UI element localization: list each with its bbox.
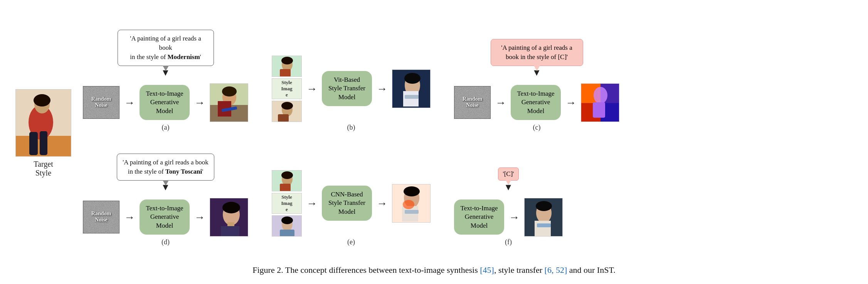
section-c: 'A painting of a girl reads a book in th…: [454, 39, 619, 132]
result-image-f: [524, 198, 563, 237]
section-f: '[C]' ▼ Text-to-ImageGenerativeModel →: [454, 159, 563, 246]
arrow-c1: →: [495, 96, 506, 109]
caption-c-area: 'A painting of a girl reads a book in th…: [491, 39, 583, 79]
diagram-area: TargetStyle 'A painting of a girl reads …: [15, 8, 853, 259]
svg-point-24: [404, 73, 421, 84]
label-f: (f): [505, 238, 512, 246]
caption-a-area: 'A painting of a girl reads a bookin the…: [118, 30, 214, 79]
style-label-e: StyleImage: [272, 193, 302, 214]
style-img-e-top: [272, 170, 302, 191]
svg-rect-47: [280, 230, 294, 237]
figure-caption-ref1: [45]: [480, 265, 494, 275]
target-image: [15, 89, 71, 157]
figure-caption-text2: , style transfer: [494, 265, 545, 275]
model-box-f: Text-to-ImageGenerativeModel: [454, 199, 504, 234]
style-images-b: StyleImage: [272, 56, 302, 122]
caption-f-area: '[C]' ▼: [498, 159, 519, 194]
noise-label-a: RandomNoise: [85, 96, 118, 109]
arrow-e1: →: [306, 197, 317, 210]
arrow-d2: →: [194, 211, 205, 223]
target-label: TargetStyle: [34, 160, 53, 178]
svg-point-32: [594, 87, 607, 104]
flow-e: StyleImage → CNN-BasedS: [272, 170, 431, 237]
svg-point-4: [34, 94, 50, 106]
svg-rect-53: [405, 210, 419, 214]
svg-rect-21: [278, 114, 289, 122]
style-img-e-bottom: [272, 215, 302, 237]
svg-point-50: [404, 186, 420, 196]
arrow-f1: →: [509, 211, 520, 223]
figure-caption-text3: and our InST.: [567, 265, 615, 275]
flow-f: Text-to-ImageGenerativeModel →: [454, 198, 563, 237]
arrow-c2: →: [565, 96, 576, 109]
noise-box-c: RandomNoise: [454, 86, 491, 119]
result-image-e: [392, 184, 431, 223]
result-image-d: [210, 198, 248, 237]
svg-point-52: [403, 200, 414, 209]
arrow-e2: →: [377, 197, 387, 210]
flow-a: RandomNoise → Text-to-ImageGenerativeMod…: [83, 83, 248, 122]
arrow-b1: →: [306, 83, 317, 95]
result-image-c: [581, 83, 619, 122]
flow-d: RandomNoise → Text-to-ImageGenerativeMod…: [83, 198, 248, 237]
svg-point-20: [281, 102, 293, 110]
caption-d: 'A painting of a girl reads a bookin the…: [117, 154, 214, 181]
model-box-b: Vit-BasedStyle TransferModel: [322, 71, 372, 106]
noise-label-c: RandomNoise: [456, 96, 489, 109]
model-box-e: CNN-BasedStyle TransferModel: [322, 186, 372, 220]
flow-c: RandomNoise → Text-to-ImageGenerativeMod…: [454, 83, 619, 122]
style-label-b: StyleImage: [272, 78, 302, 99]
result-image-a: [210, 83, 248, 122]
target-style-section: TargetStyle: [15, 89, 71, 178]
noise-box-a: RandomNoise: [83, 86, 119, 119]
label-c: (c): [533, 123, 541, 132]
style-img-b-top: [272, 56, 302, 77]
svg-rect-17: [280, 69, 291, 77]
arrow-d1: →: [124, 211, 135, 223]
noise-label-d: RandomNoise: [85, 211, 118, 224]
svg-rect-57: [535, 221, 551, 236]
section-a: 'A painting of a girl reads a bookin the…: [83, 30, 248, 131]
flow-b: StyleImage →: [272, 56, 431, 122]
style-images-e: StyleImage: [272, 170, 302, 237]
columns-container: 'A painting of a girl reads a bookin the…: [83, 21, 853, 246]
svg-point-46: [281, 216, 293, 224]
bottom-row: 'A painting of a girl reads a bookin the…: [83, 135, 853, 246]
model-box-c: Text-to-ImageGenerativeModel: [511, 85, 561, 120]
svg-rect-39: [221, 226, 239, 237]
svg-rect-33: [593, 102, 605, 118]
arrow-a2: →: [194, 96, 205, 109]
svg-point-11: [222, 86, 237, 96]
main-container: TargetStyle 'A painting of a girl reads …: [0, 0, 868, 284]
result-image-b: [392, 69, 431, 108]
label-e: (e): [347, 238, 355, 246]
label-b: (b): [347, 123, 355, 132]
svg-point-42: [281, 171, 293, 179]
caption-c-small: '[C]': [498, 167, 519, 181]
noise-box-d: RandomNoise: [83, 201, 119, 233]
svg-point-37: [222, 202, 240, 213]
svg-point-56: [536, 201, 552, 211]
caption-c: 'A painting of a girl reads a book in th…: [491, 39, 583, 66]
arrow-a1: →: [124, 96, 135, 109]
caption-a: 'A painting of a girl reads a bookin the…: [118, 30, 214, 66]
figure-caption-text1: Figure 2. The concept differences betwee…: [252, 265, 480, 275]
label-a: (a): [162, 123, 170, 132]
svg-rect-6: [40, 131, 47, 155]
label-d: (d): [161, 238, 170, 246]
figure-caption: Figure 2. The concept differences betwee…: [252, 264, 615, 276]
arrow-b2: →: [377, 83, 387, 95]
svg-point-16: [281, 57, 293, 64]
model-box-a: Text-to-ImageGenerativeModel: [140, 85, 190, 120]
top-row: 'A painting of a girl reads a bookin the…: [83, 21, 853, 132]
model-box-d: Text-to-ImageGenerativeModel: [140, 199, 190, 234]
section-b: StyleImage →: [272, 21, 431, 132]
caption-d-area: 'A painting of a girl reads a bookin the…: [117, 154, 214, 194]
section-d: 'A painting of a girl reads a bookin the…: [83, 154, 248, 246]
style-img-b-bottom: [272, 101, 302, 122]
svg-rect-26: [405, 95, 419, 99]
svg-rect-43: [280, 184, 291, 191]
svg-rect-58: [537, 223, 551, 227]
section-e: StyleImage → CNN-BasedS: [272, 135, 431, 246]
figure-caption-ref2: [6, 52]: [545, 265, 567, 275]
